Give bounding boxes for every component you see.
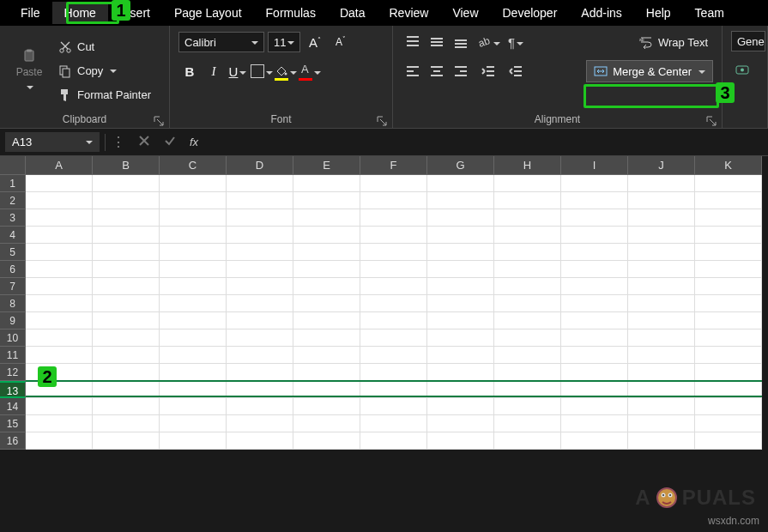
decrease-font-button[interactable]: A˅: [330, 31, 352, 53]
cell[interactable]: [93, 227, 160, 244]
cell[interactable]: [427, 192, 494, 209]
cell[interactable]: [561, 244, 628, 261]
row-header[interactable]: 14: [0, 398, 26, 415]
cell[interactable]: [360, 192, 427, 209]
cell[interactable]: [26, 278, 93, 295]
row-header[interactable]: 2: [0, 192, 26, 209]
cell[interactable]: [561, 381, 628, 398]
cell[interactable]: [293, 398, 360, 415]
cell[interactable]: [26, 295, 93, 312]
paste-button[interactable]: Paste: [9, 49, 50, 94]
cell[interactable]: [628, 398, 695, 415]
cell[interactable]: [360, 381, 427, 398]
cell[interactable]: [695, 192, 762, 209]
cell[interactable]: [293, 278, 360, 295]
cell[interactable]: [561, 432, 628, 450]
cell[interactable]: [360, 227, 427, 244]
cell[interactable]: [26, 175, 93, 192]
cell[interactable]: [293, 261, 360, 278]
font-color-button[interactable]: A: [299, 60, 321, 82]
cell[interactable]: [160, 415, 227, 432]
column-header[interactable]: D: [227, 156, 293, 175]
cell[interactable]: [427, 415, 494, 432]
cell[interactable]: [628, 347, 695, 364]
cell[interactable]: [494, 398, 561, 415]
cell[interactable]: [26, 192, 93, 209]
cell[interactable]: [227, 244, 293, 261]
column-header[interactable]: H: [494, 156, 561, 175]
cell[interactable]: [427, 364, 494, 381]
tab-page-layout[interactable]: Page Layout: [162, 2, 254, 24]
cell[interactable]: [427, 329, 494, 347]
cell[interactable]: [695, 415, 762, 432]
cell[interactable]: [695, 175, 762, 192]
cell[interactable]: [561, 415, 628, 432]
underline-button[interactable]: U: [227, 60, 249, 82]
cell[interactable]: [160, 209, 227, 227]
cell[interactable]: [227, 312, 293, 329]
cell[interactable]: [160, 244, 227, 261]
cell[interactable]: [561, 312, 628, 329]
cell[interactable]: [293, 192, 360, 209]
tab-insert[interactable]: Insert: [108, 2, 162, 24]
cell[interactable]: [695, 261, 762, 278]
cell[interactable]: [695, 227, 762, 244]
cell[interactable]: [293, 312, 360, 329]
tab-formulas[interactable]: Formulas: [254, 2, 328, 24]
cell[interactable]: [427, 432, 494, 450]
cell[interactable]: [227, 295, 293, 312]
row-header[interactable]: 7: [0, 278, 26, 295]
cell[interactable]: [93, 175, 160, 192]
cell[interactable]: [561, 364, 628, 381]
cell[interactable]: [628, 244, 695, 261]
cell[interactable]: [293, 244, 360, 261]
tab-file[interactable]: File: [9, 2, 52, 24]
row-header[interactable]: 5: [0, 244, 26, 261]
row-header[interactable]: 12: [0, 364, 26, 381]
cell[interactable]: [561, 227, 628, 244]
row-header[interactable]: 15: [0, 415, 26, 432]
cell[interactable]: [360, 209, 427, 227]
cell[interactable]: [160, 261, 227, 278]
cell[interactable]: [427, 347, 494, 364]
cell[interactable]: [427, 209, 494, 227]
cell[interactable]: [628, 175, 695, 192]
cell[interactable]: [160, 398, 227, 415]
cell[interactable]: [561, 329, 628, 347]
wrap-text-button[interactable]: ab Wrap Text: [634, 33, 713, 51]
cell[interactable]: [628, 278, 695, 295]
cell[interactable]: [427, 227, 494, 244]
column-header[interactable]: K: [695, 156, 762, 175]
row-header[interactable]: 1: [0, 175, 26, 192]
cell[interactable]: [695, 364, 762, 381]
cell[interactable]: [93, 278, 160, 295]
cell[interactable]: [494, 364, 561, 381]
cell[interactable]: [26, 329, 93, 347]
cell[interactable]: [561, 278, 628, 295]
column-header[interactable]: J: [628, 156, 695, 175]
cell[interactable]: [494, 244, 561, 261]
row-header[interactable]: 3: [0, 209, 26, 227]
cell[interactable]: [628, 295, 695, 312]
cell[interactable]: [360, 295, 427, 312]
italic-button[interactable]: I: [203, 60, 225, 82]
cell[interactable]: [360, 432, 427, 450]
cell[interactable]: [93, 347, 160, 364]
cell[interactable]: [93, 312, 160, 329]
cell[interactable]: [695, 244, 762, 261]
row-header[interactable]: 6: [0, 261, 26, 278]
cell[interactable]: [227, 415, 293, 432]
cell[interactable]: [695, 381, 762, 398]
tab-review[interactable]: Review: [378, 2, 441, 24]
increase-font-button[interactable]: A˄: [304, 31, 326, 53]
cell[interactable]: [26, 432, 93, 450]
tab-add-ins[interactable]: Add-ins: [569, 2, 633, 24]
cell[interactable]: [695, 432, 762, 450]
cell[interactable]: [227, 209, 293, 227]
cell[interactable]: [427, 244, 494, 261]
cell[interactable]: [160, 432, 227, 450]
tab-team[interactable]: Team: [683, 2, 736, 24]
cell[interactable]: [26, 415, 93, 432]
cell[interactable]: [427, 312, 494, 329]
cell[interactable]: [93, 295, 160, 312]
